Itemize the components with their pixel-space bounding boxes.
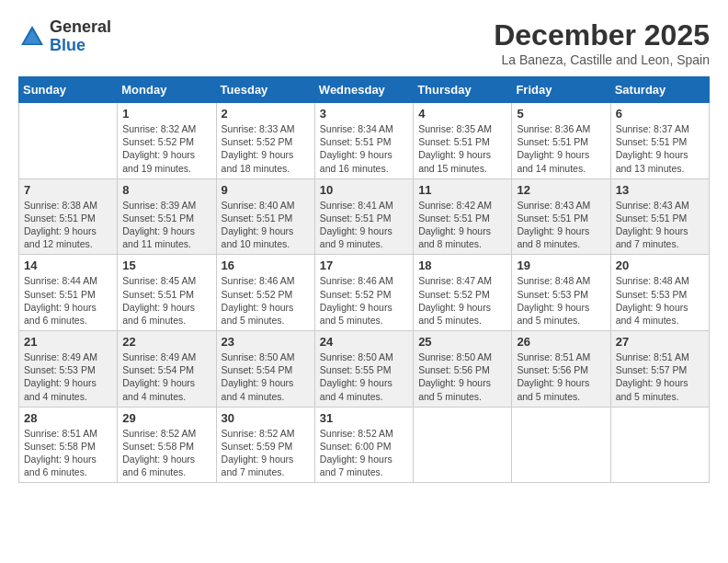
day-info: Sunrise: 8:37 AM Sunset: 5:51 PM Dayligh…: [616, 122, 704, 175]
day-info: Sunrise: 8:49 AM Sunset: 5:54 PM Dayligh…: [122, 350, 210, 403]
day-number: 11: [418, 183, 506, 197]
weekday-header: Monday: [118, 77, 216, 103]
calendar-cell: 3Sunrise: 8:34 AM Sunset: 5:51 PM Daylig…: [314, 103, 413, 179]
calendar-cell: 2Sunrise: 8:33 AM Sunset: 5:52 PM Daylig…: [216, 103, 314, 179]
day-info: Sunrise: 8:47 AM Sunset: 5:52 PM Dayligh…: [418, 274, 506, 327]
day-number: 29: [122, 411, 210, 425]
day-number: 24: [320, 335, 408, 349]
logo-icon: [18, 23, 46, 51]
calendar-cell: 18Sunrise: 8:47 AM Sunset: 5:52 PM Dayli…: [414, 255, 512, 331]
day-number: 27: [616, 335, 704, 349]
calendar-week-row: 1Sunrise: 8:32 AM Sunset: 5:52 PM Daylig…: [19, 103, 710, 179]
day-number: 9: [222, 183, 310, 197]
calendar-cell: 6Sunrise: 8:37 AM Sunset: 5:51 PM Daylig…: [610, 103, 709, 179]
day-info: Sunrise: 8:50 AM Sunset: 5:55 PM Dayligh…: [320, 350, 408, 403]
calendar-week-row: 14Sunrise: 8:44 AM Sunset: 5:51 PM Dayli…: [19, 255, 710, 331]
day-info: Sunrise: 8:34 AM Sunset: 5:51 PM Dayligh…: [320, 122, 408, 175]
day-number: 31: [320, 411, 408, 425]
day-number: 30: [222, 411, 310, 425]
day-number: 18: [418, 259, 506, 272]
day-number: 17: [320, 259, 408, 272]
calendar-week-row: 21Sunrise: 8:49 AM Sunset: 5:53 PM Dayli…: [19, 331, 710, 408]
day-number: 6: [616, 107, 704, 121]
day-number: 7: [24, 183, 112, 197]
calendar-cell: 22Sunrise: 8:49 AM Sunset: 5:54 PM Dayli…: [118, 331, 216, 408]
day-number: 26: [517, 335, 605, 349]
day-number: 14: [24, 259, 112, 272]
weekday-header: Thursday: [414, 77, 512, 103]
day-number: 28: [24, 411, 112, 425]
calendar-cell: [512, 407, 610, 483]
weekday-header: Wednesday: [314, 77, 413, 103]
day-number: 21: [24, 335, 112, 349]
calendar-week-row: 28Sunrise: 8:51 AM Sunset: 5:58 PM Dayli…: [19, 407, 710, 483]
day-number: 1: [122, 107, 210, 121]
day-info: Sunrise: 8:51 AM Sunset: 5:56 PM Dayligh…: [517, 350, 605, 403]
page-header: General Blue December 2025 La Baneza, Ca…: [18, 18, 710, 67]
calendar-cell: [414, 407, 512, 483]
day-info: Sunrise: 8:52 AM Sunset: 5:59 PM Dayligh…: [222, 427, 310, 479]
day-number: 22: [122, 335, 210, 349]
day-number: 13: [616, 183, 704, 197]
day-info: Sunrise: 8:51 AM Sunset: 5:57 PM Dayligh…: [616, 350, 704, 403]
day-info: Sunrise: 8:36 AM Sunset: 5:51 PM Dayligh…: [517, 122, 605, 175]
calendar-cell: 17Sunrise: 8:46 AM Sunset: 5:52 PM Dayli…: [314, 255, 413, 331]
day-number: 20: [616, 259, 704, 272]
calendar-week-row: 7Sunrise: 8:38 AM Sunset: 5:51 PM Daylig…: [19, 178, 710, 255]
day-number: 8: [122, 183, 210, 197]
calendar-cell: 14Sunrise: 8:44 AM Sunset: 5:51 PM Dayli…: [19, 255, 118, 331]
calendar-cell: 15Sunrise: 8:45 AM Sunset: 5:51 PM Dayli…: [118, 255, 216, 331]
day-info: Sunrise: 8:40 AM Sunset: 5:51 PM Dayligh…: [222, 199, 310, 251]
day-info: Sunrise: 8:48 AM Sunset: 5:53 PM Dayligh…: [616, 274, 704, 327]
day-number: 3: [320, 107, 408, 121]
calendar-cell: 12Sunrise: 8:43 AM Sunset: 5:51 PM Dayli…: [512, 178, 610, 255]
day-info: Sunrise: 8:51 AM Sunset: 5:58 PM Dayligh…: [24, 427, 112, 479]
day-info: Sunrise: 8:38 AM Sunset: 5:51 PM Dayligh…: [24, 199, 112, 251]
day-info: Sunrise: 8:50 AM Sunset: 5:54 PM Dayligh…: [222, 350, 310, 403]
day-info: Sunrise: 8:41 AM Sunset: 5:51 PM Dayligh…: [320, 199, 408, 251]
calendar-cell: 11Sunrise: 8:42 AM Sunset: 5:51 PM Dayli…: [414, 178, 512, 255]
day-info: Sunrise: 8:50 AM Sunset: 5:56 PM Dayligh…: [418, 350, 506, 403]
calendar-cell: 16Sunrise: 8:46 AM Sunset: 5:52 PM Dayli…: [216, 255, 314, 331]
day-info: Sunrise: 8:46 AM Sunset: 5:52 PM Dayligh…: [320, 274, 408, 327]
day-info: Sunrise: 8:42 AM Sunset: 5:51 PM Dayligh…: [418, 199, 506, 251]
calendar-cell: 29Sunrise: 8:52 AM Sunset: 5:58 PM Dayli…: [118, 407, 216, 483]
calendar-cell: 4Sunrise: 8:35 AM Sunset: 5:51 PM Daylig…: [414, 103, 512, 179]
day-info: Sunrise: 8:45 AM Sunset: 5:51 PM Dayligh…: [122, 274, 210, 327]
calendar-cell: 9Sunrise: 8:40 AM Sunset: 5:51 PM Daylig…: [216, 178, 314, 255]
day-number: 4: [418, 107, 506, 121]
calendar-cell: 8Sunrise: 8:39 AM Sunset: 5:51 PM Daylig…: [118, 178, 216, 255]
calendar-cell: 30Sunrise: 8:52 AM Sunset: 5:59 PM Dayli…: [216, 407, 314, 483]
calendar-cell: 25Sunrise: 8:50 AM Sunset: 5:56 PM Dayli…: [414, 331, 512, 408]
calendar-cell: 23Sunrise: 8:50 AM Sunset: 5:54 PM Dayli…: [216, 331, 314, 408]
weekday-header: Friday: [512, 77, 610, 103]
day-info: Sunrise: 8:39 AM Sunset: 5:51 PM Dayligh…: [122, 199, 210, 251]
day-info: Sunrise: 8:33 AM Sunset: 5:52 PM Dayligh…: [222, 122, 310, 175]
day-info: Sunrise: 8:49 AM Sunset: 5:53 PM Dayligh…: [24, 350, 112, 403]
logo-general: General: [50, 18, 111, 37]
calendar-cell: 27Sunrise: 8:51 AM Sunset: 5:57 PM Dayli…: [610, 331, 709, 408]
day-number: 12: [517, 183, 605, 197]
calendar-cell: 19Sunrise: 8:48 AM Sunset: 5:53 PM Dayli…: [512, 255, 610, 331]
day-info: Sunrise: 8:35 AM Sunset: 5:51 PM Dayligh…: [418, 122, 506, 175]
calendar-cell: [610, 407, 709, 483]
calendar-cell: 20Sunrise: 8:48 AM Sunset: 5:53 PM Dayli…: [610, 255, 709, 331]
calendar-cell: 5Sunrise: 8:36 AM Sunset: 5:51 PM Daylig…: [512, 103, 610, 179]
location: La Baneza, Castille and Leon, Spain: [494, 52, 710, 67]
day-number: 2: [222, 107, 310, 121]
day-number: 19: [517, 259, 605, 272]
title-block: December 2025 La Baneza, Castille and Le…: [494, 18, 710, 67]
day-info: Sunrise: 8:46 AM Sunset: 5:52 PM Dayligh…: [222, 274, 310, 327]
calendar-cell: 26Sunrise: 8:51 AM Sunset: 5:56 PM Dayli…: [512, 331, 610, 408]
weekday-header: Tuesday: [216, 77, 314, 103]
day-info: Sunrise: 8:44 AM Sunset: 5:51 PM Dayligh…: [24, 274, 112, 327]
calendar-cell: 28Sunrise: 8:51 AM Sunset: 5:58 PM Dayli…: [19, 407, 118, 483]
day-number: 16: [222, 259, 310, 272]
day-info: Sunrise: 8:48 AM Sunset: 5:53 PM Dayligh…: [517, 274, 605, 327]
day-info: Sunrise: 8:32 AM Sunset: 5:52 PM Dayligh…: [122, 122, 210, 175]
calendar-cell: 21Sunrise: 8:49 AM Sunset: 5:53 PM Dayli…: [19, 331, 118, 408]
calendar-cell: [19, 103, 118, 179]
day-number: 5: [517, 107, 605, 121]
day-number: 10: [320, 183, 408, 197]
day-info: Sunrise: 8:52 AM Sunset: 5:58 PM Dayligh…: [122, 427, 210, 479]
